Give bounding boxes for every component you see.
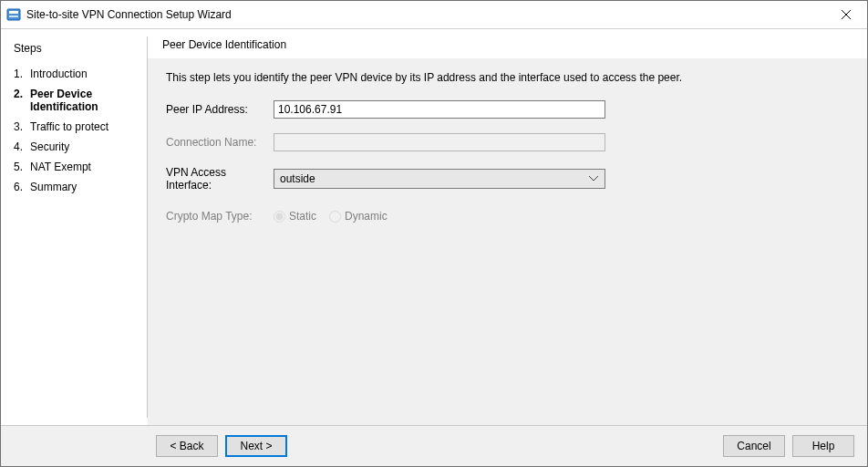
wizard-footer: < Back Next > Cancel Help: [1, 425, 867, 466]
step-traffic-to-protect[interactable]: 3. Traffic to protect: [14, 117, 138, 137]
step-peer-device-identification[interactable]: 2. Peer Device Identification: [14, 84, 138, 117]
close-icon: [842, 10, 851, 19]
peer-ip-input[interactable]: [274, 100, 605, 119]
wizard-body: Steps 1. Introduction 2. Peer Device Ide…: [1, 29, 867, 425]
crypto-static-radio: [274, 211, 285, 223]
crypto-dynamic-radio: [329, 211, 341, 223]
page-title: Peer Device Identification: [148, 29, 867, 58]
window-close-button[interactable]: [825, 1, 867, 28]
app-icon: [6, 7, 21, 22]
chevron-down-icon: [586, 176, 601, 182]
steps-sidebar: Steps 1. Introduction 2. Peer Device Ide…: [1, 29, 147, 425]
titlebar: Site-to-site VPN Connection Setup Wizard: [1, 1, 867, 29]
label-crypto-map-type: Crypto Map Type:: [166, 210, 274, 223]
steps-list: 1. Introduction 2. Peer Device Identific…: [14, 64, 138, 197]
cancel-button[interactable]: Cancel: [723, 435, 785, 457]
crypto-dynamic-option: Dynamic: [329, 210, 388, 223]
wizard-window: Site-to-site VPN Connection Setup Wizard…: [0, 0, 868, 467]
step-nat-exempt[interactable]: 5. NAT Exempt: [14, 157, 138, 177]
footer-action-buttons: Cancel Help: [723, 435, 854, 457]
connection-name-input: [274, 133, 605, 151]
steps-heading: Steps: [14, 42, 138, 55]
svg-rect-0: [7, 9, 20, 20]
crypto-static-option: Static: [274, 210, 316, 223]
main-content: This step lets you identify the peer VPN…: [148, 58, 867, 425]
label-peer-ip: Peer IP Address:: [166, 103, 274, 116]
svg-rect-2: [9, 16, 18, 17]
svg-rect-1: [9, 11, 18, 14]
step-summary[interactable]: 6. Summary: [14, 177, 138, 197]
step-description: This step lets you identify the peer VPN…: [166, 71, 849, 84]
row-crypto-map-type: Crypto Map Type: Static Dynamic: [166, 210, 849, 223]
vpn-interface-select[interactable]: outside: [274, 169, 605, 189]
window-title: Site-to-site VPN Connection Setup Wizard: [26, 8, 825, 21]
step-security[interactable]: 4. Security: [14, 137, 138, 157]
row-peer-ip: Peer IP Address:: [166, 100, 849, 119]
vpn-interface-value: outside: [280, 172, 586, 185]
back-button[interactable]: < Back: [156, 435, 218, 457]
label-vpn-interface: VPN Access Interface:: [166, 166, 274, 192]
step-introduction[interactable]: 1. Introduction: [14, 64, 138, 84]
main-panel: Peer Device Identification This step let…: [148, 29, 867, 425]
next-button[interactable]: Next >: [225, 435, 287, 457]
help-button[interactable]: Help: [792, 435, 854, 457]
label-connection-name: Connection Name:: [166, 136, 274, 149]
row-connection-name: Connection Name:: [166, 133, 849, 151]
row-vpn-interface: VPN Access Interface: outside: [166, 166, 849, 192]
footer-nav-buttons: < Back Next >: [156, 435, 287, 457]
crypto-map-radio-group: Static Dynamic: [274, 210, 388, 223]
